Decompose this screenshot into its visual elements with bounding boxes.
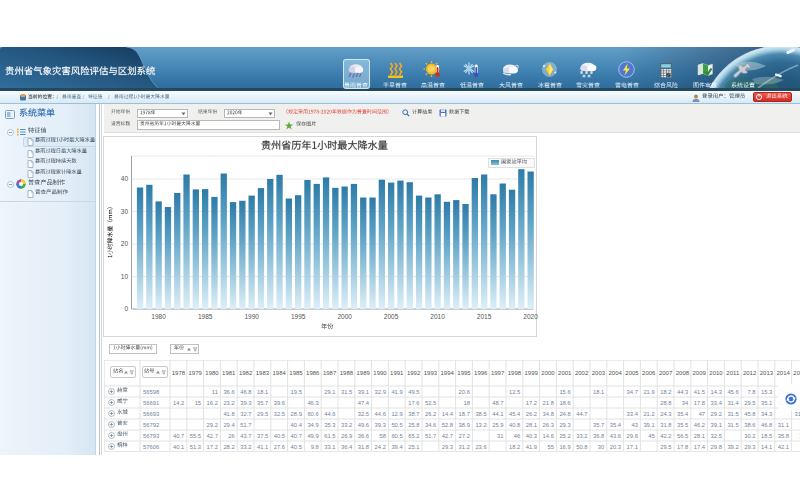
svg-text:31.8: 31.8 xyxy=(660,422,671,428)
svg-text:13.2: 13.2 xyxy=(475,422,486,428)
svg-text:40.1: 40.1 xyxy=(173,444,184,450)
svg-text:29.6: 29.6 xyxy=(627,433,638,439)
svg-text:1993: 1993 xyxy=(424,370,438,376)
svg-text:1985: 1985 xyxy=(198,313,213,320)
svg-text:2004: 2004 xyxy=(609,370,623,376)
svg-text:17.2: 17.2 xyxy=(207,444,218,450)
svg-text:60.6: 60.6 xyxy=(307,411,318,417)
svg-text:44.1: 44.1 xyxy=(492,411,503,417)
svg-text:23.2: 23.2 xyxy=(223,400,234,406)
svg-text:28.1: 28.1 xyxy=(526,422,537,428)
svg-text:2010: 2010 xyxy=(430,313,445,320)
svg-text:21.9: 21.9 xyxy=(643,389,654,395)
svg-text:28.1: 28.1 xyxy=(694,433,705,439)
svg-text:44.7: 44.7 xyxy=(576,411,587,417)
svg-text:26.2: 26.2 xyxy=(526,411,537,417)
svg-text:1997: 1997 xyxy=(491,370,505,376)
svg-text:2003: 2003 xyxy=(592,370,606,376)
svg-text:1982: 1982 xyxy=(239,370,253,376)
svg-text:1985: 1985 xyxy=(289,370,303,376)
svg-text:23.6: 23.6 xyxy=(475,444,486,450)
svg-text:27.6: 27.6 xyxy=(274,444,285,450)
svg-text:32.5: 32.5 xyxy=(711,433,722,439)
svg-text:35.4: 35.4 xyxy=(677,411,689,417)
svg-text:57606: 57606 xyxy=(143,444,159,450)
svg-text:1996: 1996 xyxy=(474,370,488,376)
svg-text:51.3: 51.3 xyxy=(190,444,201,450)
svg-text:46.2: 46.2 xyxy=(694,422,705,428)
svg-text:2009: 2009 xyxy=(693,370,707,376)
svg-text:20.3: 20.3 xyxy=(610,444,621,450)
svg-text:24.3: 24.3 xyxy=(660,411,671,417)
svg-text:12.5: 12.5 xyxy=(509,389,520,395)
svg-text:1983: 1983 xyxy=(256,370,270,376)
svg-text:45.4: 45.4 xyxy=(509,411,521,417)
svg-text:17.1: 17.1 xyxy=(627,444,638,450)
svg-text:2015: 2015 xyxy=(477,313,492,320)
svg-text:18.1: 18.1 xyxy=(593,389,604,395)
svg-text:40.7: 40.7 xyxy=(173,433,184,439)
svg-text:14.4: 14.4 xyxy=(442,411,454,417)
svg-text:25.9: 25.9 xyxy=(492,422,503,428)
svg-text:45.8: 45.8 xyxy=(744,411,755,417)
svg-text:35.7: 35.7 xyxy=(257,400,268,406)
svg-text:14.3: 14.3 xyxy=(711,389,722,395)
svg-text:42.7: 42.7 xyxy=(207,433,218,439)
svg-text:2011: 2011 xyxy=(726,370,740,376)
svg-text:1987: 1987 xyxy=(323,370,337,376)
svg-text:15.6: 15.6 xyxy=(559,389,570,395)
svg-text:29.5: 29.5 xyxy=(660,444,671,450)
svg-text:43: 43 xyxy=(631,422,637,428)
svg-text:17.2: 17.2 xyxy=(526,400,537,406)
svg-text:32.5: 32.5 xyxy=(358,411,369,417)
svg-text:14.1: 14.1 xyxy=(761,444,772,450)
svg-text:46: 46 xyxy=(514,433,520,439)
svg-text:2013: 2013 xyxy=(760,370,774,376)
svg-text:1988: 1988 xyxy=(340,370,354,376)
svg-text:41.5: 41.5 xyxy=(694,389,705,395)
svg-text:50.8: 50.8 xyxy=(576,444,587,450)
svg-text:47: 47 xyxy=(699,411,705,417)
svg-text:39.1: 39.1 xyxy=(643,422,654,428)
svg-text:40.7: 40.7 xyxy=(291,433,302,439)
svg-text:60.5: 60.5 xyxy=(391,433,402,439)
svg-text:39.2: 39.2 xyxy=(727,444,738,450)
svg-text:31.5: 31.5 xyxy=(727,411,738,417)
svg-text:25.1: 25.1 xyxy=(408,444,419,450)
svg-text:18.1: 18.1 xyxy=(257,389,268,395)
svg-text:49.9: 49.9 xyxy=(307,433,318,439)
svg-text:31.2: 31.2 xyxy=(459,444,470,450)
svg-text:2014: 2014 xyxy=(777,370,791,376)
svg-text:2000: 2000 xyxy=(541,370,555,376)
svg-text:40.5: 40.5 xyxy=(291,444,302,450)
svg-text:31.9: 31.9 xyxy=(795,411,800,417)
svg-text:28.9: 28.9 xyxy=(291,411,302,417)
svg-text:43.7: 43.7 xyxy=(240,433,251,439)
svg-text:25.2: 25.2 xyxy=(559,433,570,439)
svg-text:1991: 1991 xyxy=(390,370,404,376)
svg-text:40.8: 40.8 xyxy=(509,422,520,428)
svg-text:15.3: 15.3 xyxy=(761,389,772,395)
svg-text:56691: 56691 xyxy=(143,400,159,406)
svg-text:41.1: 41.1 xyxy=(257,444,268,450)
svg-text:34.8: 34.8 xyxy=(543,411,554,417)
svg-text:29.2: 29.2 xyxy=(207,422,218,428)
svg-text:1981: 1981 xyxy=(222,370,236,376)
svg-text:2000: 2000 xyxy=(337,313,352,320)
svg-text:56.5: 56.5 xyxy=(677,433,688,439)
svg-text:1989: 1989 xyxy=(357,370,371,376)
svg-text:26.2: 26.2 xyxy=(425,411,436,417)
svg-text:44.3: 44.3 xyxy=(677,389,688,395)
svg-text:26.3: 26.3 xyxy=(543,422,554,428)
svg-text:43.6: 43.6 xyxy=(610,433,621,439)
svg-text:41.9: 41.9 xyxy=(526,444,537,450)
svg-text:46.8: 46.8 xyxy=(240,389,251,395)
svg-text:38.7: 38.7 xyxy=(408,411,419,417)
svg-text:35.4: 35.4 xyxy=(610,422,622,428)
svg-text:1995: 1995 xyxy=(457,370,471,376)
svg-text:2015: 2015 xyxy=(793,370,800,376)
svg-text:28.8: 28.8 xyxy=(660,400,671,406)
svg-text:30.2: 30.2 xyxy=(744,433,755,439)
svg-text:34.6: 34.6 xyxy=(425,422,436,428)
svg-text:47.4: 47.4 xyxy=(358,400,370,406)
